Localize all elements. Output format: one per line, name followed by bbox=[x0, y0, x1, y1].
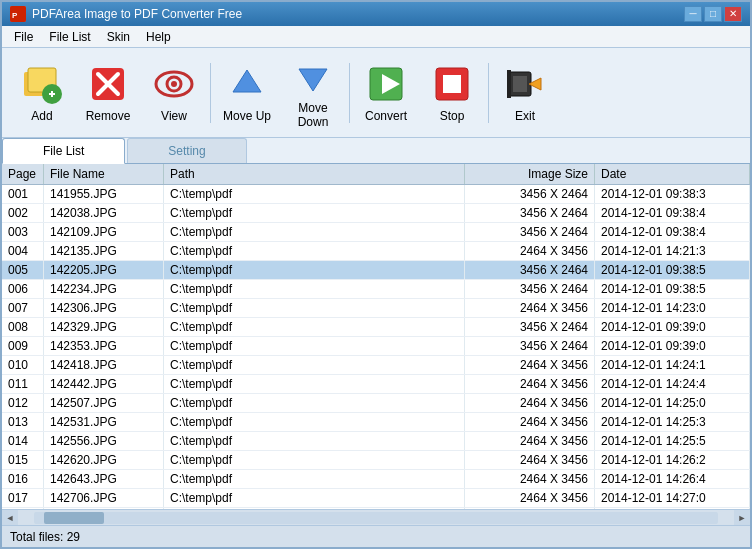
stop-icon bbox=[431, 63, 473, 105]
cell-imgsize: 3456 X 2464 bbox=[465, 280, 595, 298]
table-row[interactable]: 011 142442.JPG C:\temp\pdf 2464 X 3456 2… bbox=[2, 375, 750, 394]
table-area: Page File Name Path Image Size Date 001 … bbox=[2, 164, 750, 509]
menu-filelist[interactable]: File List bbox=[41, 28, 98, 46]
scrollbar-thumb[interactable] bbox=[44, 512, 104, 524]
table-row[interactable]: 015 142620.JPG C:\temp\pdf 2464 X 3456 2… bbox=[2, 451, 750, 470]
table-row[interactable]: 010 142418.JPG C:\temp\pdf 2464 X 3456 2… bbox=[2, 356, 750, 375]
cell-filename: 142234.JPG bbox=[44, 280, 164, 298]
cell-page: 004 bbox=[2, 242, 44, 260]
cell-path: C:\temp\pdf bbox=[164, 337, 465, 355]
col-header-page: Page bbox=[2, 164, 44, 184]
col-header-path: Path bbox=[164, 164, 465, 184]
cell-path: C:\temp\pdf bbox=[164, 356, 465, 374]
convert-button[interactable]: Convert bbox=[354, 54, 418, 132]
menu-file[interactable]: File bbox=[6, 28, 41, 46]
toolbar-sep-1 bbox=[210, 63, 211, 123]
convert-label: Convert bbox=[365, 109, 407, 123]
cell-filename: 142038.JPG bbox=[44, 204, 164, 222]
cell-imgsize: 3456 X 2464 bbox=[465, 261, 595, 279]
cell-date: 2014-12-01 14:21:3 bbox=[595, 242, 750, 260]
add-icon bbox=[21, 63, 63, 105]
menu-help[interactable]: Help bbox=[138, 28, 179, 46]
cell-path: C:\temp\pdf bbox=[164, 318, 465, 336]
col-header-date: Date bbox=[595, 164, 750, 184]
scroll-right-arrow[interactable]: ► bbox=[734, 510, 750, 526]
table-row[interactable]: 007 142306.JPG C:\temp\pdf 2464 X 3456 2… bbox=[2, 299, 750, 318]
cell-page: 001 bbox=[2, 185, 44, 203]
cell-filename: 142556.JPG bbox=[44, 432, 164, 450]
svg-rect-18 bbox=[443, 75, 461, 93]
cell-path: C:\temp\pdf bbox=[164, 185, 465, 203]
add-button[interactable]: Add bbox=[10, 54, 74, 132]
move-up-button[interactable]: Move Up bbox=[215, 54, 279, 132]
cell-page: 014 bbox=[2, 432, 44, 450]
table-row[interactable]: 004 142135.JPG C:\temp\pdf 2464 X 3456 2… bbox=[2, 242, 750, 261]
scroll-left-arrow[interactable]: ◄ bbox=[2, 510, 18, 526]
title-bar-left: P PDFArea Image to PDF Converter Free bbox=[10, 6, 242, 22]
table-row[interactable]: 002 142038.JPG C:\temp\pdf 3456 X 2464 2… bbox=[2, 204, 750, 223]
cell-path: C:\temp\pdf bbox=[164, 470, 465, 488]
cell-filename: 142329.JPG bbox=[44, 318, 164, 336]
cell-page: 009 bbox=[2, 337, 44, 355]
table-row[interactable]: 017 142706.JPG C:\temp\pdf 2464 X 3456 2… bbox=[2, 489, 750, 508]
cell-path: C:\temp\pdf bbox=[164, 489, 465, 507]
cell-date: 2014-12-01 09:38:5 bbox=[595, 261, 750, 279]
cell-imgsize: 2464 X 3456 bbox=[465, 432, 595, 450]
cell-path: C:\temp\pdf bbox=[164, 299, 465, 317]
cell-page: 013 bbox=[2, 413, 44, 431]
tab-file-list[interactable]: File List bbox=[2, 138, 125, 164]
close-button[interactable]: ✕ bbox=[724, 6, 742, 22]
cell-filename: 142109.JPG bbox=[44, 223, 164, 241]
cell-date: 2014-12-01 14:27:0 bbox=[595, 489, 750, 507]
cell-imgsize: 2464 X 3456 bbox=[465, 242, 595, 260]
table-row[interactable]: 014 142556.JPG C:\temp\pdf 2464 X 3456 2… bbox=[2, 432, 750, 451]
cell-path: C:\temp\pdf bbox=[164, 261, 465, 279]
menu-skin[interactable]: Skin bbox=[99, 28, 138, 46]
stop-label: Stop bbox=[440, 109, 465, 123]
table-row[interactable]: 003 142109.JPG C:\temp\pdf 3456 X 2464 2… bbox=[2, 223, 750, 242]
remove-icon bbox=[87, 63, 129, 105]
cell-filename: 142442.JPG bbox=[44, 375, 164, 393]
table-row[interactable]: 005 142205.JPG C:\temp\pdf 3456 X 2464 2… bbox=[2, 261, 750, 280]
table-row[interactable]: 012 142507.JPG C:\temp\pdf 2464 X 3456 2… bbox=[2, 394, 750, 413]
table-row[interactable]: 008 142329.JPG C:\temp\pdf 3456 X 2464 2… bbox=[2, 318, 750, 337]
table-scroll[interactable]: 001 141955.JPG C:\temp\pdf 3456 X 2464 2… bbox=[2, 185, 750, 509]
cell-imgsize: 2464 X 3456 bbox=[465, 394, 595, 412]
cell-imgsize: 2464 X 3456 bbox=[465, 375, 595, 393]
view-button[interactable]: View bbox=[142, 54, 206, 132]
cell-imgsize: 2464 X 3456 bbox=[465, 489, 595, 507]
cell-page: 012 bbox=[2, 394, 44, 412]
table-row[interactable]: 009 142353.JPG C:\temp\pdf 3456 X 2464 2… bbox=[2, 337, 750, 356]
horizontal-scrollbar[interactable]: ◄ ► bbox=[2, 509, 750, 525]
exit-button[interactable]: Exit bbox=[493, 54, 557, 132]
move-down-icon bbox=[292, 57, 334, 97]
tab-setting[interactable]: Setting bbox=[127, 138, 246, 163]
maximize-button[interactable]: □ bbox=[704, 6, 722, 22]
table-row[interactable]: 016 142643.JPG C:\temp\pdf 2464 X 3456 2… bbox=[2, 470, 750, 489]
table-row[interactable]: 006 142234.JPG C:\temp\pdf 3456 X 2464 2… bbox=[2, 280, 750, 299]
view-label: View bbox=[161, 109, 187, 123]
move-down-button[interactable]: Move Down bbox=[281, 54, 345, 132]
svg-marker-14 bbox=[299, 69, 327, 91]
add-label: Add bbox=[31, 109, 52, 123]
cell-imgsize: 2464 X 3456 bbox=[465, 413, 595, 431]
cell-date: 2014-12-01 14:25:5 bbox=[595, 432, 750, 450]
stop-button[interactable]: Stop bbox=[420, 54, 484, 132]
app-icon: P bbox=[10, 6, 26, 22]
table-row[interactable]: 013 142531.JPG C:\temp\pdf 2464 X 3456 2… bbox=[2, 413, 750, 432]
status-bar: Total files: 29 bbox=[2, 525, 750, 547]
cell-date: 2014-12-01 14:25:3 bbox=[595, 413, 750, 431]
table-row[interactable]: 001 141955.JPG C:\temp\pdf 3456 X 2464 2… bbox=[2, 185, 750, 204]
minimize-button[interactable]: ─ bbox=[684, 6, 702, 22]
move-up-icon bbox=[226, 63, 268, 105]
menu-bar: File File List Skin Help bbox=[2, 26, 750, 48]
cell-path: C:\temp\pdf bbox=[164, 204, 465, 222]
cell-path: C:\temp\pdf bbox=[164, 375, 465, 393]
svg-marker-13 bbox=[233, 70, 261, 92]
remove-button[interactable]: Remove bbox=[76, 54, 140, 132]
cell-path: C:\temp\pdf bbox=[164, 394, 465, 412]
cell-page: 002 bbox=[2, 204, 44, 222]
move-down-label: Move Down bbox=[286, 101, 340, 129]
table-header: Page File Name Path Image Size Date bbox=[2, 164, 750, 185]
cell-date: 2014-12-01 14:26:4 bbox=[595, 470, 750, 488]
